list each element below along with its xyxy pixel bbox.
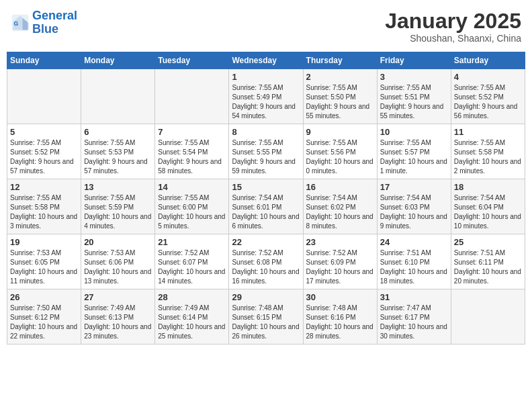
day-number: 14 [158,182,226,192]
calendar-cell: 28Sunrise: 7:49 AMSunset: 6:14 PMDayligh… [155,289,229,345]
calendar-week-row: 26Sunrise: 7:50 AMSunset: 6:12 PMDayligh… [7,289,525,345]
calendar-cell: 27Sunrise: 7:49 AMSunset: 6:13 PMDayligh… [81,289,155,345]
calendar-cell: 1Sunrise: 7:55 AMSunset: 5:49 PMDaylight… [229,69,303,124]
day-number: 10 [380,127,448,137]
day-info: Sunrise: 7:53 AMSunset: 6:06 PMDaylight:… [84,248,152,286]
day-info: Sunrise: 7:55 AMSunset: 6:00 PMDaylight:… [158,193,226,231]
day-number: 21 [158,237,226,247]
day-number: 28 [158,292,226,302]
weekday-header-monday: Monday [81,52,155,69]
day-info: Sunrise: 7:48 AMSunset: 6:15 PMDaylight:… [232,304,300,341]
day-info: Sunrise: 7:51 AMSunset: 6:11 PMDaylight:… [454,248,522,286]
calendar-cell: 26Sunrise: 7:50 AMSunset: 6:12 PMDayligh… [7,289,81,345]
calendar-cell: 15Sunrise: 7:54 AMSunset: 6:01 PMDayligh… [229,179,303,234]
day-info: Sunrise: 7:55 AMSunset: 5:54 PMDaylight:… [158,138,226,176]
day-number: 31 [380,292,448,302]
weekday-header-saturday: Saturday [451,52,525,69]
calendar-cell: 10Sunrise: 7:55 AMSunset: 5:57 PMDayligh… [377,124,451,179]
day-number: 12 [10,182,78,192]
header: G General Blue January 2025 Shoushan, Sh… [7,7,525,46]
day-info: Sunrise: 7:49 AMSunset: 6:13 PMDaylight:… [84,304,152,341]
calendar-cell: 19Sunrise: 7:53 AMSunset: 6:05 PMDayligh… [7,234,81,289]
day-number: 7 [158,127,226,137]
day-info: Sunrise: 7:54 AMSunset: 6:03 PMDaylight:… [380,193,448,231]
day-number: 30 [306,292,374,302]
day-number: 24 [380,237,448,247]
calendar-cell: 22Sunrise: 7:52 AMSunset: 6:08 PMDayligh… [229,234,303,289]
day-number: 20 [84,237,152,247]
day-number: 15 [232,182,300,192]
calendar-cell [451,289,525,345]
weekday-header-tuesday: Tuesday [155,52,229,69]
day-info: Sunrise: 7:51 AMSunset: 6:10 PMDaylight:… [380,248,448,286]
day-number: 18 [454,182,522,192]
day-info: Sunrise: 7:55 AMSunset: 5:52 PMDaylight:… [10,138,78,176]
calendar-cell: 13Sunrise: 7:55 AMSunset: 5:59 PMDayligh… [81,179,155,234]
calendar-cell: 21Sunrise: 7:52 AMSunset: 6:07 PMDayligh… [155,234,229,289]
calendar-cell: 31Sunrise: 7:47 AMSunset: 6:17 PMDayligh… [377,289,451,345]
day-number: 29 [232,292,300,302]
day-info: Sunrise: 7:55 AMSunset: 5:58 PMDaylight:… [10,193,78,231]
weekday-header-sunday: Sunday [7,52,81,69]
calendar-cell: 29Sunrise: 7:48 AMSunset: 6:15 PMDayligh… [229,289,303,345]
location: Shoushan, Shaanxi, China [385,33,521,44]
calendar-week-row: 5Sunrise: 7:55 AMSunset: 5:52 PMDaylight… [7,124,525,179]
calendar-week-row: 1Sunrise: 7:55 AMSunset: 5:49 PMDaylight… [7,69,525,124]
day-info: Sunrise: 7:55 AMSunset: 5:57 PMDaylight:… [380,138,448,176]
calendar-cell: 20Sunrise: 7:53 AMSunset: 6:06 PMDayligh… [81,234,155,289]
day-info: Sunrise: 7:48 AMSunset: 6:16 PMDaylight:… [306,304,374,341]
calendar-cell [7,69,81,124]
calendar-week-row: 12Sunrise: 7:55 AMSunset: 5:58 PMDayligh… [7,179,525,234]
day-number: 17 [380,182,448,192]
day-info: Sunrise: 7:55 AMSunset: 5:56 PMDaylight:… [306,138,374,176]
calendar-cell: 9Sunrise: 7:55 AMSunset: 5:56 PMDaylight… [303,124,377,179]
day-number: 25 [454,237,522,247]
calendar-cell: 14Sunrise: 7:55 AMSunset: 6:00 PMDayligh… [155,179,229,234]
logo-text: General Blue [32,9,77,36]
day-info: Sunrise: 7:55 AMSunset: 5:51 PMDaylight:… [380,83,448,121]
day-info: Sunrise: 7:54 AMSunset: 6:02 PMDaylight:… [306,193,374,231]
day-number: 2 [306,72,374,82]
day-info: Sunrise: 7:52 AMSunset: 6:07 PMDaylight:… [158,248,226,286]
day-number: 19 [10,237,78,247]
calendar-cell: 4Sunrise: 7:55 AMSunset: 5:52 PMDaylight… [451,69,525,124]
day-info: Sunrise: 7:55 AMSunset: 5:52 PMDaylight:… [454,83,522,121]
day-info: Sunrise: 7:55 AMSunset: 5:50 PMDaylight:… [306,83,374,121]
calendar-cell: 30Sunrise: 7:48 AMSunset: 6:16 PMDayligh… [303,289,377,345]
day-number: 16 [306,182,374,192]
weekday-header-wednesday: Wednesday [229,52,303,69]
calendar-cell: 23Sunrise: 7:52 AMSunset: 6:09 PMDayligh… [303,234,377,289]
calendar-cell: 24Sunrise: 7:51 AMSunset: 6:10 PMDayligh… [377,234,451,289]
calendar-cell: 2Sunrise: 7:55 AMSunset: 5:50 PMDaylight… [303,69,377,124]
calendar-table: SundayMondayTuesdayWednesdayThursdayFrid… [7,52,525,345]
calendar-cell: 12Sunrise: 7:55 AMSunset: 5:58 PMDayligh… [7,179,81,234]
logo-icon: G [11,13,30,32]
day-info: Sunrise: 7:54 AMSunset: 6:04 PMDaylight:… [454,193,522,231]
weekday-header-friday: Friday [377,52,451,69]
calendar-cell: 8Sunrise: 7:55 AMSunset: 5:55 PMDaylight… [229,124,303,179]
day-number: 3 [380,72,448,82]
day-number: 13 [84,182,152,192]
day-number: 5 [10,127,78,137]
logo-line1: General [32,9,77,22]
day-info: Sunrise: 7:55 AMSunset: 5:55 PMDaylight:… [232,138,300,176]
day-number: 11 [454,127,522,137]
day-info: Sunrise: 7:52 AMSunset: 6:08 PMDaylight:… [232,248,300,286]
title-area: January 2025 Shoushan, Shaanxi, China [385,9,521,44]
calendar-cell: 11Sunrise: 7:55 AMSunset: 5:58 PMDayligh… [451,124,525,179]
calendar-cell: 16Sunrise: 7:54 AMSunset: 6:02 PMDayligh… [303,179,377,234]
day-info: Sunrise: 7:55 AMSunset: 5:53 PMDaylight:… [84,138,152,176]
logo: G General Blue [11,9,77,36]
calendar-cell [81,69,155,124]
day-info: Sunrise: 7:50 AMSunset: 6:12 PMDaylight:… [10,304,78,341]
day-info: Sunrise: 7:55 AMSunset: 5:58 PMDaylight:… [454,138,522,176]
day-info: Sunrise: 7:54 AMSunset: 6:01 PMDaylight:… [232,193,300,231]
day-number: 27 [84,292,152,302]
svg-text:G: G [13,19,18,26]
day-info: Sunrise: 7:52 AMSunset: 6:09 PMDaylight:… [306,248,374,286]
day-info: Sunrise: 7:47 AMSunset: 6:17 PMDaylight:… [380,304,448,341]
calendar-cell: 5Sunrise: 7:55 AMSunset: 5:52 PMDaylight… [7,124,81,179]
day-number: 26 [10,292,78,302]
month-title: January 2025 [385,9,521,33]
calendar-cell: 6Sunrise: 7:55 AMSunset: 5:53 PMDaylight… [81,124,155,179]
